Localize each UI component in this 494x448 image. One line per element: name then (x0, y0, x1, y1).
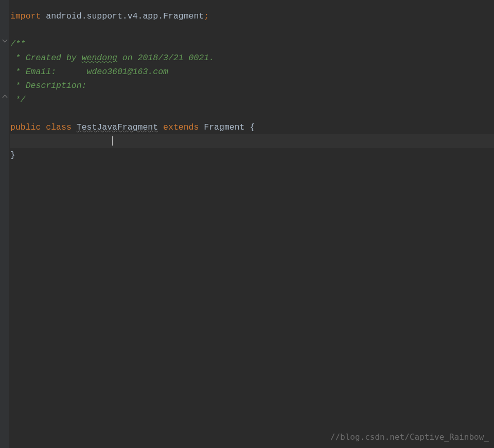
code-line-import[interactable]: import android.support.v4.app.Fragment; (10, 9, 494, 23)
keyword-public: public (10, 122, 46, 132)
open-brace: { (250, 122, 255, 132)
editor-gutter[interactable] (0, 0, 9, 448)
text-cursor (112, 136, 113, 146)
keyword-import: import (10, 11, 41, 21)
comment-email-value: wdeo3601@163.com (87, 67, 168, 77)
fold-collapse-icon[interactable] (1, 37, 8, 44)
blank-line[interactable] (10, 23, 494, 37)
fold-expand-icon[interactable] (1, 93, 8, 100)
cursor-line[interactable] (10, 134, 494, 148)
comment-author: wendong (82, 53, 117, 63)
code-editor[interactable]: import android.support.v4.app.Fragment; … (9, 0, 494, 448)
comment-open[interactable]: /** (10, 37, 494, 51)
comment-created-by[interactable]: * Created by wendong on 2018/3/21 0021. (10, 51, 494, 65)
class-declaration[interactable]: public class TestJavaFragment extends Fr… (10, 120, 494, 134)
comment-description[interactable]: * Description: (10, 79, 494, 93)
semicolon: ; (204, 11, 209, 21)
keyword-class: class (46, 122, 76, 132)
watermark-text: //blog.csdn.net/Captive_Rainbow_ (330, 430, 489, 444)
super-class: Fragment (204, 122, 250, 132)
close-brace: } (10, 150, 15, 160)
close-brace-line[interactable]: } (10, 148, 494, 162)
comment-email[interactable]: * Email: wdeo3601@163.com (10, 65, 494, 79)
import-package: android.support.v4.app.Fragment (41, 11, 204, 21)
blank-line-2[interactable] (10, 106, 494, 120)
comment-close[interactable]: */ (10, 93, 494, 106)
class-name: TestJavaFragment (77, 122, 158, 132)
keyword-extends: extends (158, 122, 204, 132)
